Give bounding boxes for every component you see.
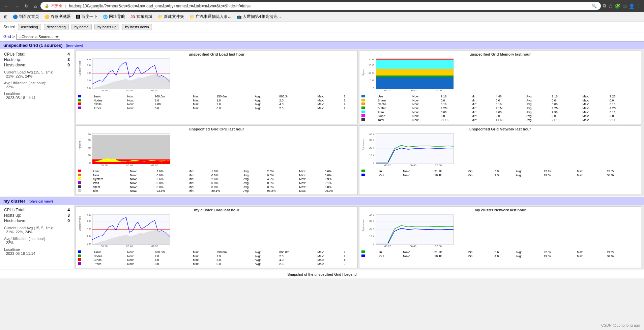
bookmark-label: 人世间第4集高清完... bbox=[243, 14, 281, 20]
profile-button[interactable]: 👤 bbox=[629, 3, 635, 9]
svg-text:60: 60 bbox=[88, 139, 91, 142]
bookmark-label: 广汽丰通物流人事... bbox=[196, 14, 231, 20]
grid-row: Grid > --Choose a Source-- bbox=[0, 32, 644, 41]
security-icon: 🔒 bbox=[45, 4, 49, 8]
cluster-view-link-mycluster[interactable]: (physical view) bbox=[29, 199, 53, 203]
svg-text:4.0: 4.0 bbox=[87, 227, 91, 230]
puzzle-button[interactable]: 🧩 bbox=[615, 3, 620, 9]
bookmark-jd[interactable]: JD 京东商城 bbox=[129, 13, 154, 20]
sort-ascending-button[interactable]: ascending bbox=[18, 24, 41, 30]
folder-icon: 📁 bbox=[158, 14, 163, 19]
reload-button[interactable]: ↻ bbox=[23, 3, 30, 9]
grid-separator: > bbox=[12, 34, 15, 39]
network-chart-box: unspecified Grid Network last hour 0 10 … bbox=[359, 125, 641, 195]
window-button[interactable]: ▭ bbox=[622, 3, 627, 9]
bookmark-label: 网址导航 bbox=[109, 14, 125, 20]
svg-text:8.0: 8.0 bbox=[87, 214, 91, 217]
svg-text:0: 0 bbox=[373, 242, 375, 245]
bookmark-xinjian[interactable]: 📁 新建文件夹 bbox=[156, 13, 185, 20]
insecure-label: 不安全 bbox=[51, 3, 62, 8]
video-icon: 📺 bbox=[237, 14, 242, 19]
hosts-up-row: Hosts up: 3 bbox=[4, 57, 70, 62]
memory-legend: Use Now:7.16 Min:4.46 Avg:7.16 Max:7.26 … bbox=[361, 95, 640, 122]
hosts-down-value: 0 bbox=[67, 63, 70, 67]
util-label-2: Avg Utilization (last hour): bbox=[4, 237, 70, 241]
bookmark-guangqi[interactable]: 📁 广汽丰通物流人事... bbox=[188, 13, 233, 20]
locale-label-2: Localtime bbox=[4, 247, 70, 251]
hosts-down-value-2: 0 bbox=[67, 218, 70, 223]
load-chart-svg: 0.0 2.0 4.0 6.0 8.0 06:20 06:40 07:00 Lo… bbox=[77, 57, 173, 94]
memory-chart-title: unspecified Grid Memory last hour bbox=[361, 52, 640, 56]
charts-area-unspecified: unspecified Grid Load last hour 0.0 2.0 … bbox=[74, 49, 644, 196]
load-section: Current Load Avg (15, 5, 1m): 21%, 22%, … bbox=[4, 70, 70, 100]
cluster-body-mycluster: CPUs Total: 4 Hosts up: 3 Hosts down: 0 … bbox=[0, 205, 644, 269]
locale-value-2: 2023-05-18 11:14 bbox=[6, 251, 70, 256]
svg-text:07:00: 07:00 bbox=[435, 164, 442, 167]
svg-rect-25 bbox=[376, 77, 453, 89]
network-chart-title: unspecified Grid Network last hour bbox=[361, 127, 640, 131]
svg-text:6.0: 6.0 bbox=[87, 219, 91, 222]
sort-by-hosts-down-button[interactable]: by hosts down bbox=[122, 24, 152, 30]
load-chart-title: unspecified Grid Load last hour bbox=[77, 52, 356, 56]
bookmark-label: 谷歌浏览器 bbox=[51, 14, 71, 20]
svg-rect-43 bbox=[92, 135, 170, 160]
bookmark-chrome[interactable]: 🟡 谷歌浏览器 bbox=[43, 13, 72, 20]
bookmark-label: 新建文件夹 bbox=[164, 14, 184, 20]
cpus-total-label-2: CPUs Total: bbox=[4, 208, 25, 212]
cpu-chart-svg: 0 20 40 60 80 06:20 06:40 07:00 Percent bbox=[77, 132, 173, 169]
cpus-total-row-2: CPUs Total: 4 bbox=[4, 208, 70, 212]
bookmark-baidu[interactable]: 🔵 到百度首页 bbox=[11, 13, 40, 20]
hosts-up-row-2: Hosts up: 3 bbox=[4, 213, 70, 218]
svg-text:4.0: 4.0 bbox=[87, 71, 91, 74]
browser-chrome: ← → ↻ ⌂ 🔒 不安全 | hadoop100/ganglia/?r=hou… bbox=[0, 0, 644, 12]
bookmark-apps[interactable]: ⊞ bbox=[3, 14, 9, 20]
cluster-body-unspecified: CPUs Total: 4 Hosts up: 3 Hosts down: 0 … bbox=[0, 49, 644, 196]
svg-text:07:00: 07:00 bbox=[151, 164, 158, 167]
hosts-down-row: Hosts down: 0 bbox=[4, 63, 70, 67]
svg-text:0: 0 bbox=[89, 161, 91, 164]
bookmark-baidu2[interactable]: 🅱 百度一下 bbox=[75, 13, 99, 20]
cluster-title-unspecified: unspecified Grid (1 sources) bbox=[3, 43, 63, 48]
bookmark-renjian[interactable]: 📺 人世间第4集高清完... bbox=[235, 13, 282, 20]
cpus-total-value: 4 bbox=[67, 52, 70, 57]
load-label: Current Load Avg (15, 5, 1m): bbox=[4, 70, 70, 74]
sort-descending-button[interactable]: descending bbox=[44, 24, 69, 30]
svg-text:2.0: 2.0 bbox=[87, 79, 91, 82]
svg-text:Loads/Procs: Loads/Procs bbox=[78, 61, 81, 76]
extensions-button[interactable]: ⧉ bbox=[603, 3, 606, 9]
network-legend-2: In Now:21.9k Min:5.6 Avg:22.3k Max:24.2k… bbox=[361, 250, 640, 258]
cpus-total-value-2: 4 bbox=[67, 208, 70, 212]
svg-text:06:40: 06:40 bbox=[410, 89, 417, 92]
forward-button[interactable]: → bbox=[13, 3, 21, 9]
star-button[interactable]: ☆ bbox=[608, 3, 613, 9]
cluster-view-link-unspecified[interactable]: (tree view) bbox=[66, 43, 83, 48]
cluster-title-mycluster: my cluster bbox=[3, 199, 25, 204]
hosts-up-value: 3 bbox=[67, 57, 70, 62]
network-legend: In Now:21.9k Min:3.9 Avg:22.2k Max:24.2k… bbox=[361, 170, 640, 177]
svg-text:06:20: 06:20 bbox=[384, 245, 391, 248]
snapshot-text: Snapshot of the unspecified Grid | Legen… bbox=[287, 272, 356, 276]
svg-text:07:00: 07:00 bbox=[151, 245, 158, 248]
svg-text:20 k: 20 k bbox=[369, 146, 375, 149]
cpu-chart-box: unspecified Grid CPU last hour 0 20 40 6… bbox=[76, 125, 358, 195]
svg-text:06:40: 06:40 bbox=[126, 89, 133, 92]
cpu-chart-title: unspecified Grid CPU last hour bbox=[77, 127, 356, 131]
svg-text:06:20: 06:20 bbox=[101, 164, 108, 167]
bookmark-label: 百度一下 bbox=[81, 14, 97, 20]
sort-by-name-button[interactable]: by name bbox=[71, 24, 92, 30]
menu-button[interactable]: ⋮ bbox=[637, 3, 641, 9]
cluster-info-mycluster: CPUs Total: 4 Hosts up: 3 Hosts down: 0 … bbox=[0, 205, 74, 269]
cpus-total-label: CPUs Total: bbox=[4, 52, 25, 57]
network-chart-title-2: my cluster Network last hour bbox=[361, 208, 640, 212]
source-select[interactable]: --Choose a Source-- bbox=[16, 34, 60, 40]
home-button[interactable]: ⌂ bbox=[32, 3, 38, 9]
cluster-mycluster: my cluster (physical view) CPUs Total: 4… bbox=[0, 197, 644, 269]
legend-label: 1-min bbox=[93, 95, 127, 99]
back-button[interactable]: ← bbox=[3, 3, 11, 9]
grid-link[interactable]: Grid bbox=[3, 34, 11, 39]
bookmark-wangzhi[interactable]: 🌐 网址导航 bbox=[101, 13, 126, 20]
address-bar[interactable]: 🔒 不安全 | hadoop100/ganglia/?r=hour&cs=&ce… bbox=[40, 2, 601, 10]
sort-by-hosts-up-button[interactable]: by hosts up bbox=[94, 24, 119, 30]
svg-text:80: 80 bbox=[88, 133, 91, 136]
svg-text:8.0: 8.0 bbox=[87, 58, 91, 61]
